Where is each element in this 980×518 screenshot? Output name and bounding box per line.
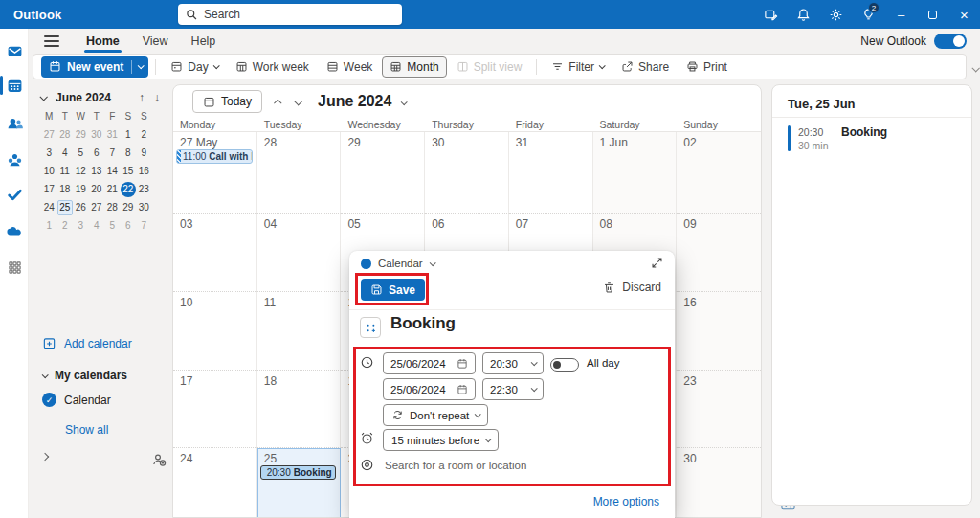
mini-day[interactable]: 30 [89,125,105,144]
view-month-button[interactable]: Month [382,56,446,78]
mini-day[interactable]: 12 [73,162,89,180]
calendar-list-item[interactable]: ✓ Calendar [42,393,111,407]
month-cell[interactable]: 16 [677,292,761,371]
mini-day[interactable]: 5 [73,144,89,162]
month-cell[interactable]: 02 [677,132,761,214]
maximize-button[interactable] [917,0,948,29]
share-button[interactable]: Share [613,56,677,78]
new-event-dropdown[interactable] [132,64,148,69]
person-add-icon[interactable] [151,452,167,467]
mini-day[interactable]: 24 [41,198,57,216]
mini-day[interactable]: 4 [89,216,105,235]
mini-day[interactable]: 17 [41,180,57,198]
mini-day[interactable]: 19 [73,180,89,198]
sidebar-collapse-chevron[interactable] [42,454,48,460]
mini-day[interactable]: 2 [136,125,152,144]
my-calendars-group[interactable]: My calendars [42,369,127,382]
calendar-event-pill[interactable]: 11:00Call with Prac [176,149,253,164]
rail-people-icon[interactable] [0,109,29,138]
mini-day[interactable]: 9 [136,144,152,162]
month-cell[interactable]: 11 [257,292,342,371]
month-cell[interactable]: 17 [173,371,257,448]
start-date-field[interactable]: 25/06/2024 [383,352,476,374]
mini-day[interactable]: 30 [136,198,152,216]
new-event-button[interactable]: New event [41,56,148,78]
next-month-chevron[interactable] [295,95,301,108]
month-cell[interactable]: 27 May11:00Call with Prac [173,132,257,214]
mini-day[interactable]: 28 [57,125,74,144]
today-button[interactable]: Today [192,90,262,113]
mini-day[interactable]: 15 [121,162,137,180]
rail-onedrive-icon[interactable] [0,216,29,245]
mini-day[interactable]: 14 [104,162,121,180]
dialog-calendar-selector[interactable]: Calendar [361,258,434,269]
rail-todo-icon[interactable] [0,180,29,209]
mini-day[interactable]: 18 [57,180,74,198]
month-cell-selected[interactable]: 2520:30Booking [257,448,342,518]
mini-day[interactable]: 1 [121,125,137,144]
month-cell[interactable]: 1 Jun [593,132,678,214]
mini-day[interactable]: 7 [136,216,152,235]
mini-day[interactable]: 13 [89,162,105,180]
show-all-link[interactable]: Show all [65,423,108,437]
month-cell[interactable]: 24 [173,448,257,518]
month-cell[interactable]: 29 [341,132,425,214]
tab-home[interactable]: Home [75,29,131,54]
new-outlook-toggle[interactable] [934,34,967,49]
minimize-button[interactable]: – [885,0,917,29]
mini-day[interactable]: 28 [104,198,121,216]
end-time-field[interactable]: 22:30 [482,378,544,400]
print-button[interactable]: Print [679,56,735,78]
mini-day[interactable]: 11 [57,162,74,180]
mini-day[interactable]: 1 [41,216,57,235]
mini-day[interactable]: 27 [89,198,105,216]
mini-day[interactable]: 5 [104,216,121,235]
expand-dialog-icon[interactable] [651,257,663,269]
mini-calendar-collapse-chevron[interactable] [39,93,47,101]
tab-help[interactable]: Help [180,29,228,54]
view-day-button[interactable]: Day [163,56,225,78]
search-input[interactable]: Search [178,4,402,25]
end-date-field[interactable]: 25/06/2024 [383,378,476,400]
rail-mail-icon[interactable] [0,36,29,65]
month-cell[interactable]: 31 [509,132,593,214]
month-cell[interactable]: 30 [425,132,509,214]
mini-day[interactable]: 23 [136,180,152,198]
discard-button[interactable]: Discard [603,281,661,294]
rail-calendar-icon[interactable] [0,71,29,100]
filter-button[interactable]: Filter [544,56,612,78]
all-day-toggle[interactable] [550,358,579,372]
month-cell[interactable]: 30 [677,448,761,518]
calendar-checked-icon[interactable]: ✓ [42,393,56,407]
month-cell[interactable]: 28 [257,132,342,214]
month-cell[interactable]: 10 [173,292,257,371]
mini-day-today[interactable]: 22 [121,182,136,197]
mini-day[interactable]: 4 [57,144,74,162]
mini-day[interactable]: 21 [104,180,121,198]
repeat-dropdown[interactable]: Don't repeat [383,404,488,426]
mini-day[interactable]: 8 [121,144,137,162]
view-week-button[interactable]: Week [319,56,380,78]
reminder-dropdown[interactable]: 15 minutes before [383,429,499,451]
mini-day[interactable]: 29 [73,125,89,144]
mini-day[interactable]: 29 [121,198,137,216]
mini-day[interactable]: 31 [104,125,121,144]
mini-calendar-prev-icon[interactable]: ↑ [134,91,149,104]
rail-groups-icon[interactable] [0,146,29,174]
event-emoji-picker-button[interactable] [360,317,381,338]
mini-calendar-title[interactable]: June 2024 [56,91,134,104]
mini-day[interactable]: 20 [89,180,105,198]
notifications-icon[interactable] [787,0,819,29]
month-cell[interactable]: 18 [257,371,342,448]
mini-day[interactable]: 6 [89,144,105,162]
add-calendar-button[interactable]: Add calendar [42,336,132,350]
mini-day[interactable]: 2 [57,216,74,235]
tips-bulb-icon[interactable]: 2 [852,0,884,29]
mini-calendar-next-icon[interactable]: ↓ [149,91,165,104]
hamburger-menu-icon[interactable] [44,35,59,47]
mini-day[interactable]: 6 [121,216,137,235]
month-title-chevron[interactable] [401,95,406,108]
more-options-link[interactable]: More options [593,495,659,508]
mini-day[interactable]: 3 [73,216,89,235]
mini-day[interactable]: 7 [104,144,121,162]
